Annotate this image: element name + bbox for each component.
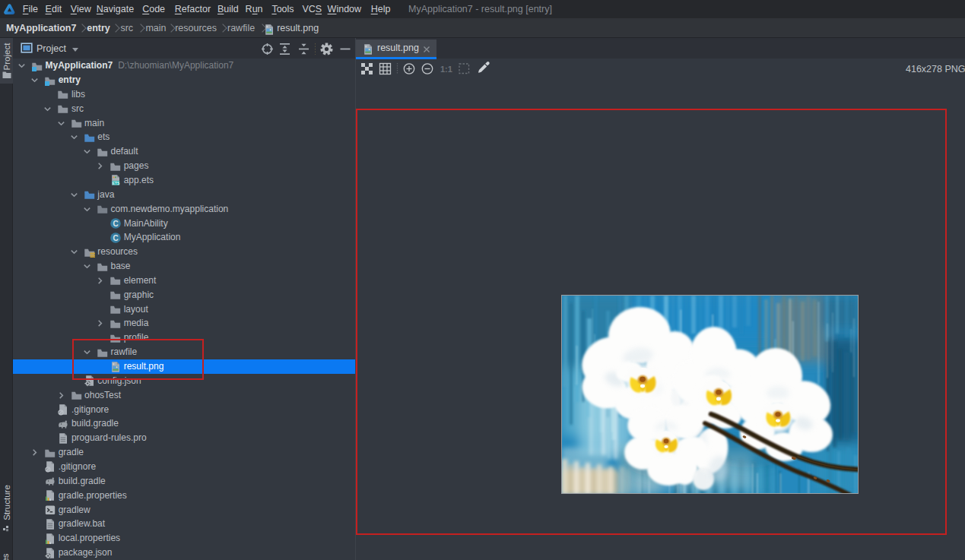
svg-text:1:1: 1:1	[440, 65, 452, 74]
svg-text:ETS: ETS	[113, 181, 120, 185]
svg-text:C: C	[113, 233, 119, 242]
svg-text:C: C	[113, 220, 119, 228]
